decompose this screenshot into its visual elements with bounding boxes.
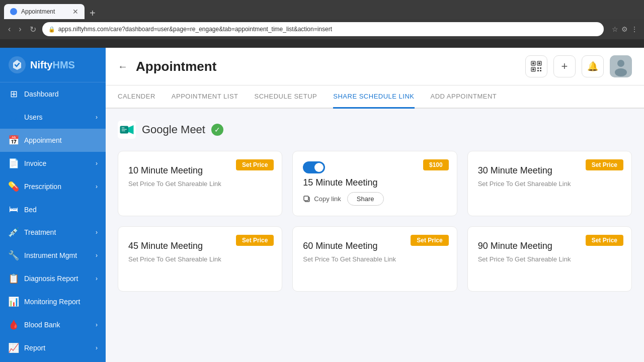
report-icon: 📈 — [8, 342, 19, 353]
users-icon: 👤 — [8, 112, 19, 123]
qr-button[interactable] — [525, 55, 547, 77]
qr-icon — [530, 60, 543, 73]
sidebar-item-invoice[interactable]: 📄 Invoice › — [0, 152, 106, 175]
price-badge-15min[interactable]: $100 — [423, 159, 449, 170]
sidebar-item-invoice-label: Invoice — [24, 159, 46, 167]
sidebar-item-dashboard[interactable]: ⊞ Dashboard — [0, 82, 106, 106]
lock-icon: 🔒 — [48, 26, 55, 33]
sidebar-item-monitoring-label: Monitoring Report — [24, 298, 80, 306]
sidebar: NiftyHMS ⊞ Dashboard 👤 Users › 📅 Appoinm… — [0, 48, 106, 362]
prescription-chevron-icon: › — [96, 183, 98, 190]
sidebar-item-blood-bank[interactable]: 🩸 Blood Bank › — [0, 313, 106, 336]
sidebar-item-dashboard-label: Dashboard — [24, 90, 59, 98]
copy-link-button[interactable]: Copy link — [303, 195, 341, 203]
sidebar-item-treatment[interactable]: 💉 Treatment › — [0, 221, 106, 244]
browser-tabs: Appointment ✕ + — [0, 0, 644, 19]
set-price-badge-45min[interactable]: Set Price — [236, 235, 274, 246]
reload-button[interactable]: ↻ — [28, 23, 38, 36]
sidebar-item-appointment[interactable]: 📅 Appoinment — [0, 129, 106, 152]
set-price-badge-30min[interactable]: Set Price — [586, 159, 623, 170]
tab-close-button[interactable]: ✕ — [72, 8, 78, 16]
svg-rect-2 — [532, 62, 534, 64]
invoice-icon: 📄 — [8, 158, 19, 169]
new-tab-button[interactable]: + — [87, 8, 99, 19]
content-area: Google Meet ✓ Set Price 10 Minute Meetin… — [106, 109, 644, 362]
card-45min: Set Price 45 Minute Meeting Set Price To… — [118, 226, 282, 292]
card-10min: Set Price 10 Minute Meeting Set Price To… — [118, 151, 282, 216]
page-header: ← Appointment — [106, 48, 644, 85]
blood-bank-icon: 🩸 — [8, 319, 19, 330]
google-meet-icon — [118, 121, 136, 139]
sidebar-item-bed-label: Bed — [24, 206, 37, 214]
svg-rect-9 — [537, 70, 539, 71]
bell-icon: 🔔 — [587, 61, 598, 72]
back-button[interactable]: ← — [118, 61, 128, 72]
set-price-badge-60min[interactable]: Set Price — [411, 235, 448, 246]
svg-rect-6 — [532, 68, 534, 70]
logo-text: NiftyHMS — [30, 59, 75, 71]
svg-rect-19 — [122, 131, 126, 132]
svg-point-13 — [615, 68, 627, 76]
set-price-badge-10min[interactable]: Set Price — [236, 159, 274, 170]
svg-rect-18 — [122, 129, 127, 130]
diagnosis-chevron-icon: › — [96, 275, 98, 282]
browser-chrome: Appointment ✕ + ‹ › ↻ 🔒 apps.niftyhms.co… — [0, 0, 644, 48]
url-text: apps.niftyhms.com/care?dashboard=user&pa… — [58, 26, 332, 33]
sidebar-item-diagnosis-label: Diagnosis Report — [24, 275, 78, 283]
sidebar-item-diagnosis-report[interactable]: 📋 Diagnosis Report › — [0, 267, 106, 290]
tab-schedule-setup[interactable]: SCHEDULE SETUP — [255, 85, 317, 109]
sidebar-item-bed[interactable]: 🛏 Bed — [0, 198, 106, 221]
card-60min-subtitle: Set Price To Get Shareable Link — [303, 255, 446, 263]
sidebar-logo: NiftyHMS — [0, 48, 106, 82]
meeting-cards-grid: Set Price 10 Minute Meeting Set Price To… — [118, 151, 632, 292]
copy-icon — [303, 195, 311, 203]
card-15min: $100 15 Minute Meeting Copy link — [292, 151, 457, 216]
google-meet-label: Google Meet — [142, 123, 205, 136]
sidebar-item-monitoring-report[interactable]: 📊 Monitoring Report — [0, 290, 106, 313]
dashboard-icon: ⊞ — [8, 88, 19, 100]
page-title: Appointment — [136, 59, 216, 74]
users-chevron-icon: › — [96, 114, 98, 121]
add-button[interactable]: + — [553, 55, 576, 77]
sidebar-item-instrument-mgmt[interactable]: 🔧 Instrument Mgmt › — [0, 244, 106, 267]
main-area: ← Appointment — [106, 48, 644, 362]
blood-bank-chevron-icon: › — [96, 321, 98, 328]
15min-toggle[interactable] — [303, 161, 325, 173]
svg-rect-7 — [537, 67, 539, 69]
tab-calender[interactable]: CALENDER — [118, 85, 155, 109]
svg-rect-21 — [304, 196, 308, 201]
share-button[interactable]: Share — [347, 192, 384, 206]
active-tab[interactable]: Appointment ✕ — [4, 4, 85, 19]
instrument-chevron-icon: › — [96, 252, 98, 259]
instrument-icon: 🔧 — [8, 250, 19, 261]
notification-button[interactable]: 🔔 — [582, 55, 604, 77]
diagnosis-icon: 📋 — [8, 273, 19, 284]
invoice-chevron-icon: › — [96, 160, 98, 167]
tab-bar: CALENDER APPOINTMENT LIST SCHEDULE SETUP… — [106, 85, 644, 109]
forward-button[interactable]: › — [17, 23, 23, 36]
sidebar-item-prescription[interactable]: 💊 Prescription › — [0, 175, 106, 198]
report-chevron-icon: › — [96, 344, 98, 351]
tab-share-schedule-link[interactable]: SHARE SCHEDULE LINK — [333, 85, 414, 109]
tab-add-appointment[interactable]: ADD APPOINTMENT — [431, 85, 497, 109]
sidebar-item-users[interactable]: 👤 Users › — [0, 106, 106, 129]
tab-appointment-list[interactable]: APPOINTMENT LIST — [172, 85, 238, 109]
address-bar[interactable]: 🔒 apps.niftyhms.com/care?dashboard=user&… — [42, 22, 604, 36]
user-avatar[interactable] — [610, 55, 632, 77]
svg-rect-8 — [540, 67, 541, 69]
card-90min: Set Price 90 Minute Meeting Set Price To… — [467, 226, 632, 292]
back-button[interactable]: ‹ — [6, 23, 13, 36]
sidebar-item-users-label: Users — [24, 113, 43, 121]
card-45min-subtitle: Set Price To Get Shareable Link — [128, 255, 272, 263]
extension-icon[interactable]: ⚙ — [621, 25, 628, 33]
sidebar-item-report[interactable]: 📈 Report › — [0, 336, 106, 359]
menu-icon[interactable]: ⋮ — [631, 25, 638, 33]
appointment-icon: 📅 — [8, 135, 19, 146]
sidebar-item-blood-bank-label: Blood Bank — [24, 321, 60, 329]
treatment-chevron-icon: › — [96, 229, 98, 236]
tab-title: Appointment — [21, 8, 55, 15]
monitoring-icon: 📊 — [8, 296, 19, 307]
set-price-badge-90min[interactable]: Set Price — [586, 235, 623, 246]
card-10min-subtitle: Set Price To Get Shareable Link — [128, 180, 272, 188]
bookmark-icon[interactable]: ☆ — [612, 25, 618, 33]
